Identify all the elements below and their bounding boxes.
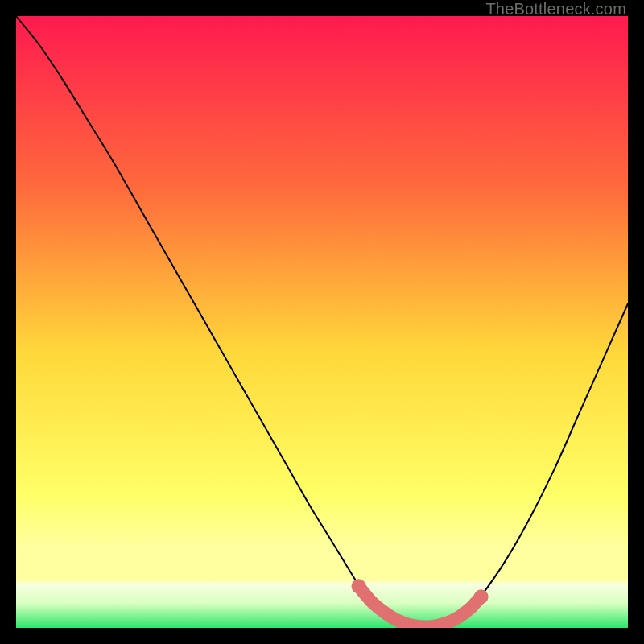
- optimal-range-end: [474, 589, 489, 604]
- chart-frame: TheBottleneck.com: [0, 0, 644, 644]
- plot-area: [16, 16, 628, 628]
- gradient-background: [16, 16, 628, 628]
- bottleneck-chart: [16, 16, 628, 628]
- optimal-range-end: [352, 579, 366, 593]
